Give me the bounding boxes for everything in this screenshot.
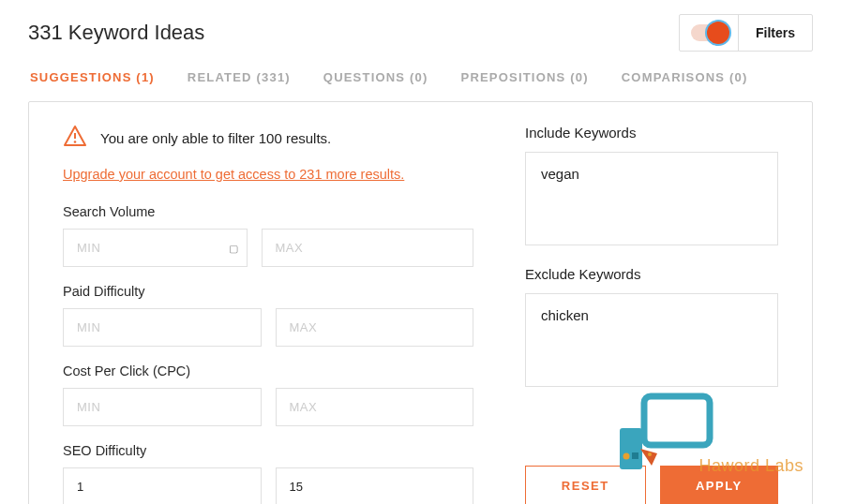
svg-point-1: [74, 141, 77, 143]
tab-questions[interactable]: QUESTIONS (0): [323, 70, 428, 84]
tab-suggestions[interactable]: SUGGESTIONS (1): [30, 70, 155, 84]
warning-icon: [63, 125, 87, 151]
filters-control: Filters: [679, 14, 813, 52]
seo-difficulty-label: SEO Difficulty: [63, 443, 473, 458]
search-volume-max[interactable]: [262, 229, 474, 267]
save-indicator-icon: ▢: [229, 242, 238, 254]
warning-text: You are only able to filter 100 results.: [100, 130, 331, 146]
cpc-max[interactable]: [276, 388, 474, 426]
reset-button[interactable]: RESET: [525, 466, 646, 504]
page-title: 331 Keyword Ideas: [28, 21, 204, 45]
search-volume-min[interactable]: [63, 229, 248, 267]
seo-difficulty-min[interactable]: [63, 467, 262, 504]
seo-difficulty-max[interactable]: [276, 467, 474, 504]
paid-difficulty-label: Paid Difficulty: [63, 284, 473, 299]
paid-difficulty-max[interactable]: [276, 308, 474, 347]
warning-row: You are only able to filter 100 results.: [63, 125, 473, 151]
tabs: SUGGESTIONS (1) RELATED (331) QUESTIONS …: [28, 70, 813, 84]
cpc-min[interactable]: [63, 388, 262, 426]
tab-related[interactable]: RELATED (331): [188, 70, 291, 84]
include-keywords-label: Include Keywords: [525, 125, 778, 141]
cpc-label: Cost Per Click (CPC): [63, 363, 473, 378]
search-volume-label: Search Volume: [63, 204, 473, 219]
apply-button[interactable]: APPLY: [660, 466, 779, 504]
include-keywords-input[interactable]: [525, 152, 778, 245]
exclude-keywords-label: Exclude Keywords: [525, 266, 778, 282]
filters-panel: You are only able to filter 100 results.…: [28, 101, 813, 504]
tab-prepositions[interactable]: PREPOSITIONS (0): [461, 70, 589, 84]
filters-toggle[interactable]: [680, 15, 739, 51]
filters-label[interactable]: Filters: [739, 16, 812, 50]
exclude-keywords-input[interactable]: [525, 293, 778, 387]
upgrade-link[interactable]: Upgrade your account to get access to 23…: [63, 167, 404, 182]
tab-comparisons[interactable]: COMPARISONS (0): [622, 70, 748, 84]
paid-difficulty-min[interactable]: [63, 308, 262, 347]
